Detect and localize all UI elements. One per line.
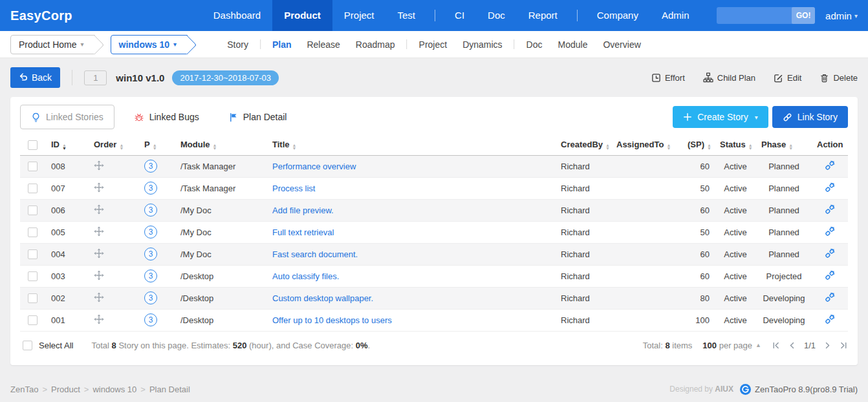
subnav-item-roadmap[interactable]: Roadmap — [348, 39, 403, 50]
story-title-link[interactable]: Process list — [272, 184, 315, 193]
move-icon[interactable] — [94, 292, 104, 302]
pagination-total: Total: 8 items — [643, 341, 693, 350]
table-row: 0013/DesktopOffer up to 10 desktops to u… — [20, 309, 848, 331]
last-page-button[interactable] — [840, 341, 848, 350]
row-checkbox[interactable] — [28, 315, 38, 325]
chevron-up-icon: ▲ — [755, 342, 761, 348]
row-checkbox[interactable] — [28, 293, 38, 303]
row-checkbox[interactable] — [28, 249, 38, 259]
story-title-link[interactable]: Full text retrieval — [272, 227, 334, 237]
sort-icon[interactable]: ▲▼ — [666, 143, 671, 150]
move-icon[interactable] — [94, 160, 104, 171]
subnav-item-dynamics[interactable]: Dynamics — [455, 39, 510, 50]
subnav-item-project[interactable]: Project — [411, 39, 455, 50]
sort-icon[interactable]: ▲▼ — [62, 143, 67, 150]
unlink-story-button[interactable] — [825, 314, 835, 324]
unlink-story-button[interactable] — [825, 292, 835, 302]
sort-icon[interactable]: ▲▼ — [153, 143, 157, 150]
topnav-item-doc[interactable]: Doc — [476, 0, 517, 31]
unlink-story-button[interactable] — [825, 226, 835, 237]
search-go-button[interactable]: GO! — [792, 7, 815, 24]
select-all-checkbox[interactable] — [23, 341, 32, 350]
row-checkbox[interactable] — [28, 162, 38, 171]
cell-assigned-to — [611, 309, 682, 331]
cell-id: 005 — [46, 221, 82, 243]
subnav-item-release[interactable]: Release — [299, 39, 347, 50]
topnav-item-company[interactable]: Company — [585, 0, 650, 31]
move-icon[interactable] — [94, 248, 104, 259]
cell-priority: 3 — [135, 177, 175, 199]
topnav-item-dashboard[interactable]: Dashboard — [202, 0, 272, 31]
topnav-divider — [435, 10, 435, 21]
topnav-item-ci[interactable]: CI — [443, 0, 476, 31]
cell-action — [812, 199, 848, 221]
story-title-link[interactable]: Offer up to 10 desktops to users — [272, 315, 392, 325]
back-button[interactable]: Back — [10, 67, 60, 88]
footer-crumb-product[interactable]: Product — [51, 385, 80, 394]
subnav-item-doc[interactable]: Doc — [519, 39, 550, 50]
row-checkbox[interactable] — [28, 184, 38, 193]
child-plan-button[interactable]: Child Plan — [703, 72, 755, 83]
move-icon[interactable] — [94, 270, 104, 280]
story-title-link[interactable]: Auto classify files. — [272, 271, 339, 281]
sort-icon[interactable]: ▲▼ — [748, 143, 753, 150]
sort-icon[interactable]: ▲▼ — [605, 143, 610, 150]
sort-icon[interactable]: ▲▼ — [119, 143, 124, 150]
select-all-column-checkbox[interactable] — [28, 140, 38, 150]
per-page-selector[interactable]: 100 per page ▲ — [702, 341, 761, 350]
footer-crumb-plan-detail[interactable]: Plan Detail — [149, 385, 190, 394]
first-page-button[interactable] — [772, 341, 780, 350]
subnav-item-overview[interactable]: Overview — [595, 39, 648, 50]
footer-crumb-zentao[interactable]: ZenTao — [10, 385, 38, 394]
story-title-link[interactable]: Add file preview. — [272, 206, 334, 215]
unlink-story-button[interactable] — [825, 160, 835, 171]
row-checkbox[interactable] — [28, 271, 38, 281]
prev-page-button[interactable] — [788, 341, 796, 350]
link-story-button[interactable]: Link Story — [772, 106, 848, 128]
cell-priority: 3 — [135, 155, 175, 177]
breadcrumb-product-home[interactable]: Product Home ▾ — [10, 35, 95, 54]
unlink-story-button[interactable] — [825, 248, 835, 259]
sort-icon[interactable]: ▲▼ — [788, 143, 793, 150]
next-page-button[interactable] — [823, 341, 832, 350]
story-title-link[interactable]: Performance overview — [272, 162, 356, 171]
topnav-item-product[interactable]: Product — [272, 0, 332, 31]
move-icon[interactable] — [94, 204, 104, 215]
sort-icon[interactable]: ▲▼ — [292, 143, 297, 150]
create-story-button[interactable]: Create Story▾ — [673, 106, 768, 128]
edit-button[interactable]: Edit — [774, 73, 801, 83]
move-icon[interactable] — [94, 182, 104, 193]
story-title-link[interactable]: Custom desktop wallpaper. — [272, 293, 373, 303]
delete-button[interactable]: Delete — [819, 73, 858, 83]
topnav-item-report[interactable]: Report — [517, 0, 569, 31]
search-input[interactable] — [717, 7, 792, 24]
sort-icon[interactable]: ▲▼ — [707, 143, 711, 150]
sort-icon[interactable]: ▲▼ — [213, 143, 217, 150]
unlink-story-button[interactable] — [825, 270, 835, 280]
tab-linked-bugs[interactable]: Linked Bugs — [124, 105, 210, 129]
subnav-divider — [407, 39, 407, 49]
effort-button[interactable]: Effort — [651, 73, 685, 83]
unlink-story-button[interactable] — [825, 182, 835, 193]
brand-logo[interactable]: EasyCorp — [10, 8, 72, 23]
tab-linked-stories[interactable]: Linked Stories — [20, 105, 114, 129]
topnav-item-project[interactable]: Project — [332, 0, 386, 31]
topnav-item-test[interactable]: Test — [386, 0, 428, 31]
row-checkbox[interactable] — [28, 227, 38, 237]
footer-crumb-windows-10[interactable]: windows 10 — [92, 385, 136, 394]
breadcrumb-product-name[interactable]: windows 10 ▾ — [111, 35, 188, 54]
bug-icon — [134, 112, 144, 122]
row-checkbox[interactable] — [28, 206, 38, 215]
subnav-item-plan[interactable]: Plan — [265, 39, 299, 50]
subnav-item-module[interactable]: Module — [550, 39, 596, 50]
story-title-link[interactable]: Fast search document. — [272, 249, 358, 259]
cell-id: 001 — [46, 309, 82, 331]
subnav-item-story[interactable]: Story — [219, 39, 256, 50]
move-icon[interactable] — [94, 226, 104, 237]
user-menu[interactable]: admin ▾ — [825, 10, 858, 21]
unlink-story-button[interactable] — [825, 204, 835, 215]
topnav-item-admin[interactable]: Admin — [650, 0, 701, 31]
tab-plan-detail[interactable]: Plan Detail — [219, 105, 298, 129]
cell-phase: Planned — [756, 177, 812, 199]
move-icon[interactable] — [94, 314, 104, 324]
